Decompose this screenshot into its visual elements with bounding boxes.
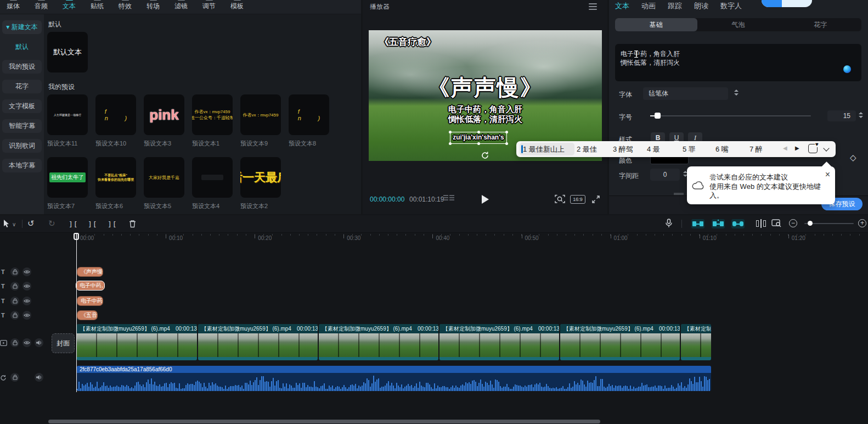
- ime-candidate-1[interactable]: 1 最佳新山上: [523, 144, 565, 154]
- preview-quality-icon[interactable]: [555, 194, 565, 205]
- preset-card-预设文本4[interactable]: [192, 157, 233, 198]
- inspector-tab-数字人[interactable]: 数字人: [720, 1, 742, 11]
- text-clip-2[interactable]: 电子中药,: [76, 281, 105, 291]
- size-slider-knob[interactable]: [655, 113, 661, 119]
- preset-card-预设文本7[interactable]: 祖先们太牛了: [47, 157, 88, 198]
- preset-card-预设文本1[interactable]: 作者vx：mvp7459 唯一公众号：千迢轻制: [192, 94, 233, 135]
- text-track-1-lock-icon[interactable]: [10, 267, 19, 276]
- text-track-3-lock-icon[interactable]: [10, 297, 19, 305]
- video-track-lock-icon[interactable]: [10, 338, 19, 347]
- snap-toggle-icon[interactable]: [691, 219, 704, 228]
- ime-expand-chevron-icon[interactable]: [823, 145, 829, 151]
- sidebar-item-新建文本[interactable]: ▾ 新建文本: [2, 20, 42, 34]
- text-track-2-text-track-icon[interactable]: T: [1, 283, 5, 289]
- audio-track-mute-icon[interactable]: [35, 373, 43, 382]
- preset-card-预设文本8[interactable]: f n ): [289, 94, 329, 135]
- video-clip-1[interactable]: 【素材定制加微muyu2659】 (6).mp400:00:13:1: [77, 324, 197, 360]
- menu-item-模板[interactable]: 模板: [230, 0, 244, 11]
- size-slider[interactable]: [650, 115, 811, 116]
- video-clip-6[interactable]: 【素材定制加微muyu2659】 (6).mp400:00:13:1: [681, 324, 711, 360]
- text-clip-3[interactable]: 电子中药,: [77, 296, 103, 306]
- keyframe-diamond-icon[interactable]: ◇: [850, 153, 856, 163]
- zoom-out-icon[interactable]: −: [789, 219, 797, 227]
- timeline-zoom-slider[interactable]: [804, 223, 854, 224]
- menu-item-媒体[interactable]: 媒体: [7, 0, 20, 11]
- text-clip-4[interactable]: 《五音疗愈》: [77, 310, 98, 320]
- preset-card-预设文本11[interactable]: 人生和健康是一场修行: [47, 94, 88, 135]
- text-clip-1[interactable]: 《声声慢》: [77, 267, 103, 277]
- sidebar-item-花字[interactable]: 花字: [2, 80, 42, 93]
- selection-handle[interactable]: [505, 131, 508, 133]
- video-clip-2[interactable]: 【素材定制加微muyu2659】 (6).mp400:00:13:1: [198, 324, 318, 360]
- ime-candidate-3[interactable]: 3 醉驾: [613, 144, 633, 154]
- video-track-video-track-icon[interactable]: [0, 340, 7, 348]
- auto-snapping-toggle-icon[interactable]: [712, 219, 725, 228]
- video-clip-5[interactable]: 【素材定制加微muyu2659】 (6).mp400:00:13:1: [560, 324, 680, 360]
- menu-item-滤镜[interactable]: 滤镜: [174, 0, 188, 11]
- aspect-ratio-button[interactable]: 16:9: [570, 195, 585, 204]
- playhead-handle[interactable]: [74, 233, 79, 240]
- ime-candidate-4[interactable]: 4 最: [647, 144, 660, 154]
- video-track-mute-icon[interactable]: [35, 338, 43, 347]
- selection-handle[interactable]: [449, 142, 452, 145]
- preset-card-预设文本2[interactable]: 最后一天最后: [240, 157, 281, 198]
- cover-button[interactable]: 封面: [52, 333, 75, 353]
- text-track-1-text-track-icon[interactable]: T: [1, 269, 5, 275]
- text-track-3-text-track-icon[interactable]: T: [1, 298, 5, 304]
- sidebar-item-默认[interactable]: 默认: [2, 40, 42, 54]
- menu-item-调节[interactable]: 调节: [202, 0, 216, 11]
- fullscreen-icon[interactable]: [591, 195, 600, 205]
- mirror-preview-icon[interactable]: [443, 195, 455, 203]
- size-stepper[interactable]: [859, 112, 863, 118]
- sidebar-item-识别歌词[interactable]: 识别歌词: [2, 139, 42, 153]
- ai-assistant-icon[interactable]: [842, 64, 853, 75]
- preview-axis-icon[interactable]: [771, 219, 782, 229]
- menu-item-贴纸[interactable]: 贴纸: [91, 0, 104, 11]
- zoom-in-icon[interactable]: +: [858, 219, 866, 227]
- inspector-tab-朗读[interactable]: 朗读: [694, 1, 708, 11]
- text-track-1-visibility-icon[interactable]: [22, 267, 31, 276]
- ime-prev-page-icon[interactable]: ◀: [783, 145, 787, 151]
- video-track-visibility-icon[interactable]: [22, 338, 31, 347]
- undo-icon[interactable]: ↺: [27, 219, 35, 228]
- timeline-ruler[interactable]: 00:0000:1000:2000:3000:4000:5001:0001:10…: [0, 233, 868, 245]
- preset-card-预设文本10[interactable]: f n ): [95, 94, 136, 135]
- selection-handle[interactable]: [449, 131, 452, 133]
- audio-track-audio-track-icon[interactable]: [0, 375, 7, 383]
- default-text-card[interactable]: 默认文本: [47, 32, 88, 72]
- menu-item-转场[interactable]: 转场: [146, 0, 160, 11]
- split-icon[interactable]: ][: [69, 220, 78, 228]
- selection-handle[interactable]: [477, 142, 480, 145]
- selection-handle[interactable]: [477, 131, 480, 133]
- spacing-value-box[interactable]: 0: [650, 169, 680, 181]
- ime-candidate-7[interactable]: 7 醉: [749, 144, 763, 154]
- ime-candidate-2[interactable]: 2 最佳: [577, 144, 597, 154]
- size-value-box[interactable]: 15: [827, 110, 856, 121]
- horizontal-scrollbar[interactable]: [48, 420, 600, 423]
- ime-clipboard-icon[interactable]: ♥: [808, 144, 818, 153]
- preset-card-预设文本6[interactable]: 不要乱点"相亲" 快来看看你的祖先在哪里: [95, 157, 136, 198]
- select-tool-icon[interactable]: [3, 219, 10, 230]
- text-content-input[interactable]: 电子中药，角音入肝 惆怅低落，清肝泻火: [615, 44, 861, 81]
- sidebar-item-智能字幕[interactable]: 智能字幕: [2, 119, 42, 133]
- menu-item-文本[interactable]: 文本: [63, 0, 76, 11]
- font-select[interactable]: 毡笔体: [643, 87, 728, 100]
- inspector-subtab-气泡[interactable]: 气泡: [697, 18, 780, 31]
- text-track-4-visibility-icon[interactable]: [22, 311, 31, 320]
- inspector-subtab-花字[interactable]: 花字: [779, 18, 861, 31]
- audio-track-lock-icon[interactable]: [10, 373, 19, 382]
- menu-item-特效[interactable]: 特效: [119, 0, 132, 11]
- play-button[interactable]: [482, 195, 489, 204]
- ime-language-pill[interactable]: [762, 0, 812, 7]
- ime-candidate-5[interactable]: 5 罪: [683, 144, 696, 154]
- inspector-tab-文本[interactable]: 文本: [615, 1, 629, 11]
- inspector-tab-动画[interactable]: 动画: [641, 1, 656, 11]
- link-preview-toggle-icon[interactable]: [731, 219, 745, 228]
- audio-clip[interactable]: 2fc877c0eb3aabfda25a17a856af66d0: [77, 366, 711, 391]
- timeline-zoom-knob[interactable]: [808, 221, 813, 226]
- split-clip-icon[interactable]: [756, 220, 766, 227]
- text-track-4-lock-icon[interactable]: [10, 311, 19, 320]
- sidebar-item-本地字幕[interactable]: 本地字幕: [2, 159, 42, 172]
- select-tool-dropdown-icon[interactable]: ∨: [12, 220, 16, 230]
- sidebar-item-文字模板[interactable]: 文字模板: [2, 99, 42, 113]
